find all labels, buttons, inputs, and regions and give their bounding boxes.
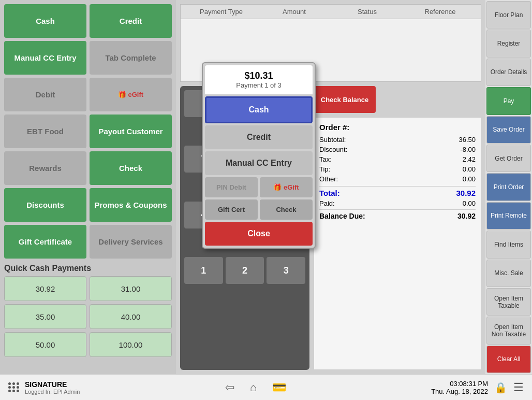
left-panel: Cash Credit Manual CC Entry Tab Complete…	[0, 0, 176, 374]
modal-amount: $10.31	[210, 70, 307, 81]
find-items-button[interactable]: Find Items	[486, 231, 531, 258]
date-display: Thu. Aug. 18, 2022	[431, 388, 488, 395]
quick-cash-31-00[interactable]: 31.00	[90, 276, 172, 301]
order-details-button[interactable]: Order Details	[486, 59, 531, 86]
back-icon[interactable]: ⇦	[225, 381, 234, 394]
floor-plan-button[interactable]: Floor Plan	[486, 1, 531, 28]
modal-gift-cert-option[interactable]: Gift Cert	[205, 199, 258, 220]
app-name: SIGNATURE	[25, 380, 80, 389]
quick-cash-section: Quick Cash Payments 30.92 31.00 35.00 40…	[4, 264, 172, 357]
check-button[interactable]: Check	[90, 151, 172, 185]
bottom-left: SIGNATURE Logged In: EPI Admin	[8, 380, 80, 395]
register-icon[interactable]: 💳	[272, 381, 286, 394]
ebt-food-button[interactable]: EBT Food	[4, 115, 86, 148]
cash-button[interactable]: Cash	[4, 4, 86, 38]
pay-button[interactable]: Pay	[486, 87, 531, 115]
home-icon[interactable]: ⌂	[250, 381, 257, 394]
debit-button[interactable]: Debit	[4, 78, 86, 111]
modal-credit-option[interactable]: Credit	[205, 125, 313, 149]
get-order-button[interactable]: Get Order	[486, 145, 531, 172]
open-item-taxable-button[interactable]: Open Item Taxable	[486, 288, 531, 316]
dots-icon	[8, 382, 20, 392]
modal-amount-display: $10.31 Payment 1 of 3	[205, 65, 313, 94]
time-display: 03:08:31 PM	[431, 380, 488, 388]
modal-pin-debit-option[interactable]: PIN Debit	[205, 177, 258, 197]
quick-cash-grid: 30.92 31.00 35.00 40.00 50.00 100.00	[4, 276, 172, 357]
modal-payment-info: Payment 1 of 3	[210, 81, 307, 89]
payment-type-modal-overlay: $10.31 Payment 1 of 3 Cash Credit Manual…	[176, 0, 485, 374]
app-logo	[8, 382, 20, 392]
quick-cash-50-00[interactable]: 50.00	[4, 332, 86, 357]
misc-sale-button[interactable]: Misc. Sale	[486, 260, 531, 287]
right-sidebar: Floor Plan Register Order Details Pay Sa…	[485, 0, 532, 374]
save-order-button[interactable]: Save Order	[486, 116, 531, 144]
bottom-center: ⇦ ⌂ 💳	[225, 381, 286, 394]
quick-cash-title: Quick Cash Payments	[4, 264, 172, 273]
modal-cash-option[interactable]: Cash	[205, 96, 313, 123]
promos-coupons-button[interactable]: Promos & Coupons	[90, 188, 172, 222]
bottom-right: 03:08:31 PM Thu. Aug. 18, 2022 🔒 ☰	[431, 380, 524, 395]
modal-manual-cc-option[interactable]: Manual CC Entry	[205, 151, 313, 175]
datetime: 03:08:31 PM Thu. Aug. 18, 2022	[431, 380, 488, 395]
modal-check-option[interactable]: Check	[260, 199, 313, 220]
logged-in-text: Logged In: EPI Admin	[25, 389, 80, 395]
egift-button[interactable]: 🎁 eGift	[90, 78, 172, 111]
discounts-button[interactable]: Discounts	[4, 188, 86, 222]
modal-close-button[interactable]: Close	[205, 222, 313, 246]
clear-all-button[interactable]: Clear All	[486, 346, 531, 373]
lock-icon[interactable]: 🔒	[494, 381, 507, 394]
quick-cash-40-00[interactable]: 40.00	[90, 304, 172, 329]
print-order-button[interactable]: Print Order	[486, 173, 531, 201]
print-remote-button[interactable]: Print Remote	[486, 202, 531, 230]
quick-cash-100-00[interactable]: 100.00	[90, 332, 172, 357]
quick-cash-30-92[interactable]: 30.92	[4, 276, 86, 301]
register-button[interactable]: Register	[486, 30, 531, 57]
center-panel: Payment Type Amount Status Reference 7 4	[176, 0, 485, 374]
payment-type-modal: $10.31 Payment 1 of 3 Cash Credit Manual…	[202, 62, 316, 249]
payment-buttons: Cash Credit Manual CC Entry Tab Complete…	[4, 4, 172, 259]
rewards-button[interactable]: Rewards	[4, 151, 86, 185]
delivery-services-button[interactable]: Delivery Services	[90, 225, 172, 259]
app-info: SIGNATURE Logged In: EPI Admin	[25, 380, 80, 395]
gift-certificate-button[interactable]: Gift Certificate	[4, 225, 86, 259]
bottom-bar: SIGNATURE Logged In: EPI Admin ⇦ ⌂ 💳 03:…	[0, 374, 532, 400]
payout-customer-button[interactable]: Payout Customer	[90, 115, 172, 148]
manual-cc-button[interactable]: Manual CC Entry	[4, 41, 86, 75]
tab-complete-button[interactable]: Tab Complete	[90, 41, 172, 75]
modal-row-options: PIN Debit 🎁 eGift Gift Cert Check	[205, 177, 313, 220]
open-item-non-taxable-button[interactable]: Open Item Non Taxable	[486, 317, 531, 344]
modal-egift-option[interactable]: 🎁 eGift	[260, 177, 313, 197]
credit-button[interactable]: Credit	[90, 4, 172, 38]
menu-icon[interactable]: ☰	[513, 381, 524, 394]
quick-cash-35-00[interactable]: 35.00	[4, 304, 86, 329]
